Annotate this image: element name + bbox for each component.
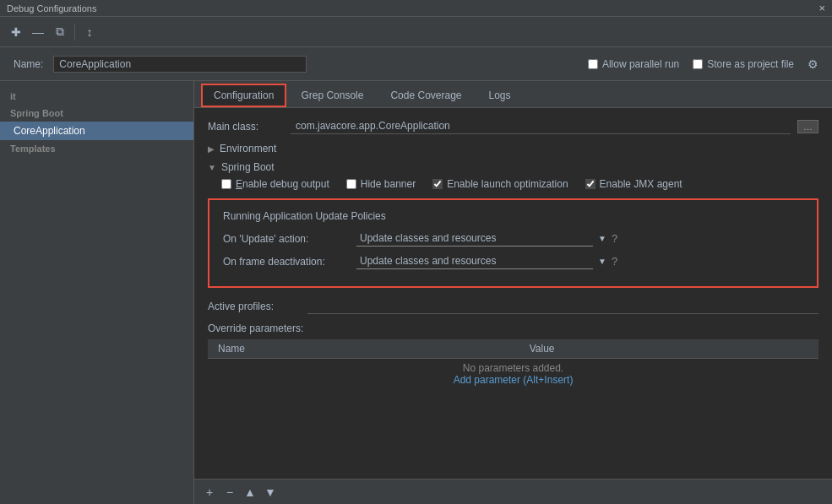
content-area: it Spring Boot CoreApplication Templates… [0,81,832,504]
on-frame-select-wrap: Update classes and resources ▼ ? [356,253,803,269]
bottom-up-icon[interactable]: ▲ [242,484,258,501]
close-button[interactable]: × [818,2,825,14]
on-update-row: On 'Update' action: Update classes and r… [223,230,803,247]
store-as-project-checkbox[interactable] [693,59,703,69]
on-frame-select[interactable]: Update classes and resources [356,253,593,269]
sidebar-section-it: it [0,88,193,105]
hide-banner-checkbox[interactable] [346,179,356,189]
on-update-select-wrap: Update classes and resources ▼ ? [356,230,803,247]
on-frame-help-icon[interactable]: ? [612,255,617,268]
sort-config-icon[interactable]: ↕ [80,23,99,41]
allow-parallel-label[interactable]: Allow parallel run [588,58,679,70]
tab-configuration[interactable]: Configuration [201,84,286,107]
main-class-label: Main class: [208,121,284,133]
bottom-down-icon[interactable]: ▼ [262,484,279,501]
enable-debug-label[interactable]: Enable debug output [221,178,329,190]
name-options: Allow parallel run Store as project file… [588,57,818,71]
enable-debug-checkbox[interactable] [221,179,231,189]
override-params-title: Override parameters: [208,322,818,334]
enable-jmx-checkbox[interactable] [585,179,595,189]
tab-logs[interactable]: Logs [476,84,524,107]
environment-arrow-icon: ▶ [208,144,215,154]
config-name-input[interactable] [53,56,307,73]
main-class-row: Main class: … [208,118,818,134]
params-value-header: Value [519,339,818,359]
environment-section-title: Environment [220,143,276,154]
params-name-header: Name [208,339,519,359]
bottom-remove-icon[interactable]: − [221,484,238,501]
no-params-row: No parameters added. Add parameter (Alt+… [208,359,818,390]
bottom-add-icon[interactable]: + [201,484,218,501]
on-frame-row: On frame deactivation: Update classes an… [223,253,803,269]
main-class-browse-button[interactable]: … [797,120,818,133]
enable-jmx-label[interactable]: Enable JMX agent [585,178,682,190]
no-params-text: No parameters added. Add parameter (Alt+… [208,359,818,390]
environment-section-header[interactable]: ▶ Environment [208,143,818,154]
enable-launch-checkbox[interactable] [432,179,443,189]
active-profiles-row: Active profiles: [208,298,818,314]
on-frame-label: On frame deactivation: [223,256,350,268]
main-class-input[interactable] [291,118,791,134]
update-policies-title: Running Application Update Policies [223,210,803,222]
spring-boot-section-title: Spring Boot [221,161,275,173]
params-table: Name Value No parameters added. Add para… [208,339,818,389]
copy-config-icon[interactable]: ⧉ [51,23,69,41]
on-frame-dropdown-icon: ▼ [598,257,606,266]
sidebar: it Spring Boot CoreApplication Templates [0,81,194,504]
sidebar-section-spring-boot: Spring Boot [0,105,193,122]
dialog-title: Debug Configurations [7,3,96,14]
right-panel: Configuration Grep Console Code Coverage… [194,81,832,504]
enable-launch-label[interactable]: Enable launch optimization [432,178,568,190]
name-row: Name: Allow parallel run Store as projec… [0,47,832,81]
top-toolbar: ✚ — ⧉ ↕ [0,17,832,47]
tab-grep-console[interactable]: Grep Console [288,84,376,107]
on-update-select[interactable]: Update classes and resources [356,230,593,247]
sidebar-item-core-application[interactable]: CoreApplication [0,122,193,140]
add-param-link[interactable]: Add parameter (Alt+Insert) [454,374,574,386]
on-update-label: On 'Update' action: [223,233,350,245]
store-as-project-label[interactable]: Store as project file [693,58,794,70]
settings-gear-icon[interactable]: ⚙ [808,57,818,71]
spring-boot-options: Enable debug output Hide banner Enable l… [221,178,818,190]
spring-boot-arrow-icon: ▼ [208,163,216,172]
on-update-dropdown-icon: ▼ [598,234,606,243]
add-config-icon[interactable]: ✚ [7,23,25,41]
remove-config-icon[interactable]: — [29,23,47,41]
active-profiles-input[interactable] [307,298,818,314]
bottom-toolbar: + − ▲ ▼ [194,479,832,504]
update-policies-box: Running Application Update Policies On '… [208,198,818,288]
dialog-body: ✚ — ⧉ ↕ Name: Allow parallel run Store a… [0,17,832,504]
allow-parallel-checkbox[interactable] [588,59,598,69]
toolbar-separator [74,24,75,41]
tabs-bar: Configuration Grep Console Code Coverage… [194,81,832,108]
form-content: Main class: … ▶ Environment ▼ Spring Boo… [194,108,832,479]
title-bar: Debug Configurations × [0,0,832,17]
spring-boot-section-header[interactable]: ▼ Spring Boot [208,161,818,173]
on-update-help-icon[interactable]: ? [612,232,617,245]
hide-banner-label[interactable]: Hide banner [346,178,416,190]
active-profiles-label: Active profiles: [208,301,301,312]
tab-code-coverage[interactable]: Code Coverage [378,84,474,107]
name-label: Name: [14,58,43,70]
sidebar-section-templates: Templates [0,140,193,157]
